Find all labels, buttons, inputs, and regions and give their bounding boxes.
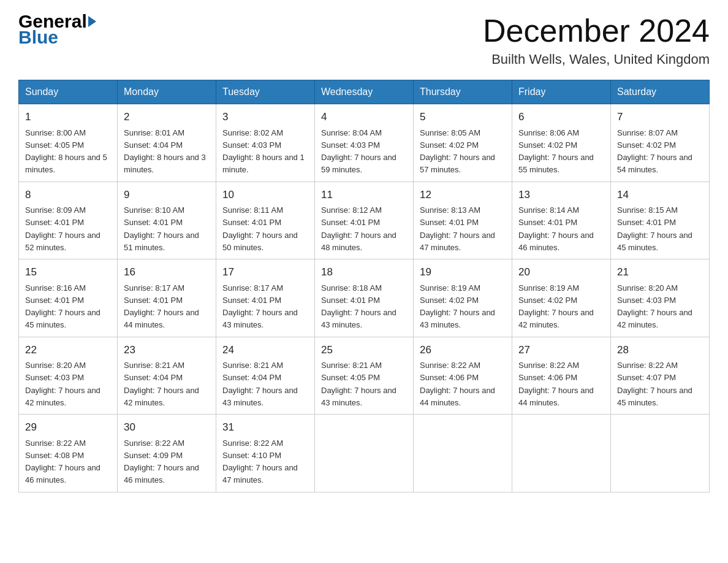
day-number: 27 (518, 342, 604, 358)
day-info: Sunrise: 8:22 AMSunset: 4:06 PMDaylight:… (518, 361, 594, 407)
calendar-cell: 17Sunrise: 8:17 AMSunset: 4:01 PMDayligh… (216, 259, 315, 337)
col-header-friday: Friday (512, 80, 611, 104)
day-info: Sunrise: 8:21 AMSunset: 4:04 PMDaylight:… (124, 361, 199, 407)
day-info: Sunrise: 8:09 AMSunset: 4:01 PMDaylight:… (25, 205, 100, 252)
calendar-cell: 13Sunrise: 8:14 AMSunset: 4:01 PMDayligh… (512, 182, 611, 259)
calendar-cell: 5Sunrise: 8:05 AMSunset: 4:02 PMDaylight… (414, 104, 512, 182)
day-info: Sunrise: 8:20 AMSunset: 4:03 PMDaylight:… (617, 283, 692, 330)
calendar-cell: 6Sunrise: 8:06 AMSunset: 4:02 PMDaylight… (512, 104, 611, 182)
day-number: 19 (420, 264, 506, 280)
day-number: 13 (518, 187, 604, 203)
calendar-cell: 9Sunrise: 8:10 AMSunset: 4:01 PMDaylight… (118, 182, 216, 259)
calendar-cell: 21Sunrise: 8:20 AMSunset: 4:03 PMDayligh… (611, 259, 710, 337)
day-number: 25 (321, 342, 407, 358)
day-number: 14 (617, 187, 703, 203)
day-info: Sunrise: 8:19 AMSunset: 4:02 PMDaylight:… (518, 283, 594, 330)
calendar-week-row: 15Sunrise: 8:16 AMSunset: 4:01 PMDayligh… (19, 259, 710, 337)
day-number: 23 (124, 342, 210, 358)
day-number: 30 (124, 419, 210, 435)
day-info: Sunrise: 8:16 AMSunset: 4:01 PMDaylight:… (25, 283, 100, 330)
calendar-cell: 11Sunrise: 8:12 AMSunset: 4:01 PMDayligh… (315, 182, 414, 259)
day-number: 15 (25, 264, 111, 280)
day-number: 31 (222, 419, 308, 435)
day-number: 6 (518, 109, 604, 125)
calendar-cell: 26Sunrise: 8:22 AMSunset: 4:06 PMDayligh… (414, 337, 512, 415)
day-info: Sunrise: 8:14 AMSunset: 4:01 PMDaylight:… (518, 205, 594, 252)
calendar-cell (414, 415, 512, 492)
calendar-cell: 30Sunrise: 8:22 AMSunset: 4:09 PMDayligh… (118, 415, 216, 492)
day-info: Sunrise: 8:17 AMSunset: 4:01 PMDaylight:… (222, 283, 298, 330)
day-info: Sunrise: 8:02 AMSunset: 4:03 PMDaylight:… (222, 128, 305, 175)
calendar-cell: 29Sunrise: 8:22 AMSunset: 4:08 PMDayligh… (19, 415, 118, 492)
day-number: 4 (321, 109, 407, 125)
calendar-cell: 25Sunrise: 8:21 AMSunset: 4:05 PMDayligh… (315, 337, 414, 415)
day-info: Sunrise: 8:22 AMSunset: 4:08 PMDaylight:… (25, 439, 100, 485)
day-info: Sunrise: 8:00 AMSunset: 4:05 PMDaylight:… (25, 128, 107, 175)
col-header-wednesday: Wednesday (315, 80, 414, 104)
day-number: 2 (124, 109, 210, 125)
logo: General Blue (18, 12, 94, 48)
day-info: Sunrise: 8:20 AMSunset: 4:03 PMDaylight:… (25, 361, 100, 407)
day-number: 10 (222, 187, 308, 203)
calendar-cell: 20Sunrise: 8:19 AMSunset: 4:02 PMDayligh… (512, 259, 611, 337)
calendar-cell (315, 415, 414, 492)
day-number: 5 (420, 109, 506, 125)
calendar-header-row: SundayMondayTuesdayWednesdayThursdayFrid… (19, 80, 710, 104)
calendar-cell: 28Sunrise: 8:22 AMSunset: 4:07 PMDayligh… (611, 337, 710, 415)
calendar-cell: 27Sunrise: 8:22 AMSunset: 4:06 PMDayligh… (512, 337, 611, 415)
calendar-week-row: 1Sunrise: 8:00 AMSunset: 4:05 PMDaylight… (19, 104, 710, 182)
calendar-cell: 31Sunrise: 8:22 AMSunset: 4:10 PMDayligh… (216, 415, 315, 492)
day-info: Sunrise: 8:11 AMSunset: 4:01 PMDaylight:… (222, 205, 298, 252)
day-info: Sunrise: 8:01 AMSunset: 4:04 PMDaylight:… (124, 128, 206, 175)
day-info: Sunrise: 8:04 AMSunset: 4:03 PMDaylight:… (321, 128, 396, 175)
calendar-week-row: 22Sunrise: 8:20 AMSunset: 4:03 PMDayligh… (19, 337, 710, 415)
calendar-cell: 10Sunrise: 8:11 AMSunset: 4:01 PMDayligh… (216, 182, 315, 259)
col-header-thursday: Thursday (414, 80, 512, 104)
day-number: 18 (321, 264, 407, 280)
calendar-cell: 8Sunrise: 8:09 AMSunset: 4:01 PMDaylight… (19, 182, 118, 259)
calendar-cell: 22Sunrise: 8:20 AMSunset: 4:03 PMDayligh… (19, 337, 118, 415)
day-info: Sunrise: 8:05 AMSunset: 4:02 PMDaylight:… (420, 128, 495, 175)
calendar-cell: 1Sunrise: 8:00 AMSunset: 4:05 PMDaylight… (19, 104, 118, 182)
calendar-cell: 14Sunrise: 8:15 AMSunset: 4:01 PMDayligh… (611, 182, 710, 259)
day-number: 24 (222, 342, 308, 358)
day-number: 9 (124, 187, 210, 203)
col-header-monday: Monday (118, 80, 216, 104)
calendar-cell: 15Sunrise: 8:16 AMSunset: 4:01 PMDayligh… (19, 259, 118, 337)
logo-blue-text: Blue (18, 27, 58, 48)
day-info: Sunrise: 8:07 AMSunset: 4:02 PMDaylight:… (617, 128, 692, 175)
day-info: Sunrise: 8:22 AMSunset: 4:06 PMDaylight:… (420, 361, 495, 407)
page-header: General Blue December 2024 Builth Wells,… (18, 12, 710, 67)
day-info: Sunrise: 8:12 AMSunset: 4:01 PMDaylight:… (321, 205, 396, 252)
day-info: Sunrise: 8:19 AMSunset: 4:02 PMDaylight:… (420, 283, 495, 330)
col-header-sunday: Sunday (19, 80, 118, 104)
day-info: Sunrise: 8:22 AMSunset: 4:10 PMDaylight:… (222, 439, 298, 485)
day-number: 20 (518, 264, 604, 280)
col-header-saturday: Saturday (611, 80, 710, 104)
calendar-table: SundayMondayTuesdayWednesdayThursdayFrid… (18, 80, 710, 492)
location-subtitle: Builth Wells, Wales, United Kingdom (483, 52, 710, 67)
day-number: 11 (321, 187, 407, 203)
calendar-cell: 3Sunrise: 8:02 AMSunset: 4:03 PMDaylight… (216, 104, 315, 182)
calendar-week-row: 8Sunrise: 8:09 AMSunset: 4:01 PMDaylight… (19, 182, 710, 259)
day-number: 1 (25, 109, 111, 125)
day-info: Sunrise: 8:13 AMSunset: 4:01 PMDaylight:… (420, 205, 495, 252)
day-info: Sunrise: 8:17 AMSunset: 4:01 PMDaylight:… (124, 283, 199, 330)
day-info: Sunrise: 8:06 AMSunset: 4:02 PMDaylight:… (518, 128, 594, 175)
calendar-cell: 16Sunrise: 8:17 AMSunset: 4:01 PMDayligh… (118, 259, 216, 337)
title-area: December 2024 Builth Wells, Wales, Unite… (483, 12, 710, 67)
logo-arrow-icon (88, 16, 96, 27)
day-info: Sunrise: 8:22 AMSunset: 4:09 PMDaylight:… (124, 439, 199, 485)
calendar-cell: 12Sunrise: 8:13 AMSunset: 4:01 PMDayligh… (414, 182, 512, 259)
day-number: 22 (25, 342, 111, 358)
day-number: 28 (617, 342, 703, 358)
calendar-cell: 19Sunrise: 8:19 AMSunset: 4:02 PMDayligh… (414, 259, 512, 337)
day-info: Sunrise: 8:22 AMSunset: 4:07 PMDaylight:… (617, 361, 692, 407)
day-number: 8 (25, 187, 111, 203)
calendar-cell: 2Sunrise: 8:01 AMSunset: 4:04 PMDaylight… (118, 104, 216, 182)
calendar-cell: 23Sunrise: 8:21 AMSunset: 4:04 PMDayligh… (118, 337, 216, 415)
calendar-cell: 7Sunrise: 8:07 AMSunset: 4:02 PMDaylight… (611, 104, 710, 182)
calendar-cell (512, 415, 611, 492)
day-number: 3 (222, 109, 308, 125)
day-number: 12 (420, 187, 506, 203)
